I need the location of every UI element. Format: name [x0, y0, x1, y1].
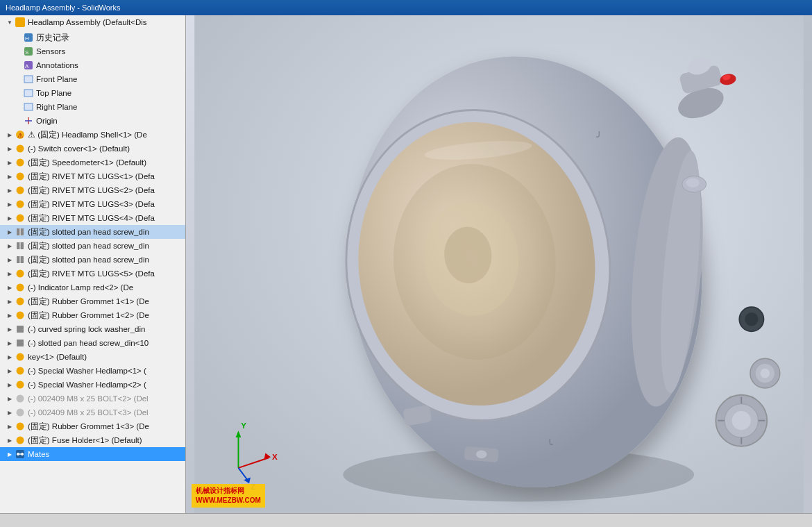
screw1-label: (固定) slotted pan head screw_din [28, 227, 149, 237]
tree-item-headlamp-shell[interactable]: ▶ ⚠ ⚠ (固定) Headlamp Shell<1> (De [0, 128, 185, 142]
key-icon [15, 351, 26, 362]
tree-item-rivet3[interactable]: ▶ (固定) RIVET MTG LUGS<3> (Defa [0, 197, 185, 211]
bolt3-label: (-) 002409 M8 x 25 BOLT<3> (Del [28, 408, 149, 417]
rivet2-expand[interactable]: ▶ [6, 186, 14, 194]
tree-item-top-plane[interactable]: Top Plane [0, 86, 185, 100]
grommet1-expand[interactable]: ▶ [6, 297, 14, 306]
tree-item-key[interactable]: ▶ key<1> (Default) [0, 350, 185, 364]
tree-item-bolt2[interactable]: ▶ (-) 002409 M8 x 25 BOLT<2> (Del [0, 392, 185, 405]
tree-item-grommet1[interactable]: ▶ (固定) Rubber Grommet 1<1> (De [0, 294, 185, 308]
svg-point-13 [17, 145, 24, 153]
switch-cover-label: (-) Switch cover<1> (Default) [28, 144, 130, 153]
tree-item-rivet1[interactable]: ▶ (固定) RIVET MTG LUGS<1> (Defa [0, 169, 185, 183]
tree-item-indicator[interactable]: ▶ (-) Indicator Lamp red<2> (De [0, 281, 185, 294]
rivet1-expand[interactable]: ▶ [6, 172, 14, 181]
switch-cover-expand[interactable]: ▶ [6, 144, 14, 153]
tree-item-switch-cover[interactable]: ▶ (-) Switch cover<1> (Default) [0, 142, 185, 156]
rivet4-icon [15, 212, 26, 224]
tree-item-rivet2[interactable]: ▶ (固定) RIVET MTG LUGS<2> (Defa [0, 183, 185, 197]
svg-point-14 [17, 159, 24, 167]
rivet3-label: (固定) RIVET MTG LUGS<3> (Defa [28, 199, 155, 210]
screw4-expand[interactable]: ▶ [6, 339, 14, 347]
svg-point-36 [17, 423, 24, 430]
title-bar: Headlamp Assembly - SolidWorks [0, 0, 812, 15]
fuse-holder-expand[interactable]: ▶ [6, 436, 14, 444]
special-washer1-expand[interactable]: ▶ [6, 367, 14, 375]
headlamp-scene: X Y Z ╯ ╰ [186, 15, 812, 513]
svg-rect-8 [24, 103, 33, 110]
bolt3-expand[interactable]: ▶ [6, 408, 14, 417]
indicator-label: (-) Indicator Lamp red<2> (De [28, 283, 133, 292]
tree-item-front-plane[interactable]: Front Plane [0, 72, 185, 86]
tree-item-rivet5[interactable]: ▶ (固定) RIVET MTG LUGS<5> (Defa [0, 267, 185, 281]
screw2-expand[interactable]: ▶ [6, 242, 14, 250]
tree-item-screw2[interactable]: ▶ (固定) slotted pan head screw_din [0, 239, 185, 253]
screw3-expand[interactable]: ▶ [6, 256, 14, 264]
bolt2-label: (-) 002409 M8 x 25 BOLT<2> (Del [28, 394, 149, 403]
tree-item-history[interactable]: H 历史记录 [0, 31, 185, 44]
tree-item-grommet3[interactable]: ▶ (固定) Rubber Grommet 1<3> (De [0, 419, 185, 433]
screw3-icon [15, 254, 26, 265]
switch-cover-icon [15, 143, 26, 154]
svg-point-15 [17, 173, 24, 181]
indicator-expand[interactable]: ▶ [6, 283, 14, 292]
svg-point-33 [17, 381, 24, 389]
tree-item-mates[interactable]: ▶ Mates [0, 447, 185, 461]
tree-item-special-washer1[interactable]: ▶ (-) Special Washer Hedlamp<1> ( [0, 364, 185, 378]
right-plane-expand [14, 103, 22, 111]
tree-item-speedometer[interactable]: ▶ (固定) Speedometer<1> (Default) [0, 156, 185, 169]
svg-point-34 [17, 395, 24, 403]
tree-item-screw3[interactable]: ▶ (固定) slotted pan head screw_din [0, 253, 185, 267]
mates-expand[interactable]: ▶ [6, 450, 14, 458]
grommet2-icon [15, 310, 26, 321]
tree-item-grommet2[interactable]: ▶ (固定) Rubber Grommet 1<2> (De [0, 308, 185, 322]
rivet1-label: (固定) RIVET MTG LUGS<1> (Defa [28, 172, 155, 182]
washer1-expand[interactable]: ▶ [6, 325, 14, 333]
viewport[interactable]: X Y Z ╯ ╰ 机械设计指标网 WWW.MEZBW.COM [186, 15, 812, 513]
grommet3-expand[interactable]: ▶ [6, 422, 14, 430]
washer1-icon [15, 324, 26, 335]
tree-item-bolt3[interactable]: ▶ (-) 002409 M8 x 25 BOLT<3> (Del [0, 405, 185, 419]
svg-point-17 [17, 201, 24, 208]
rivet2-label: (固定) RIVET MTG LUGS<2> (Defa [28, 185, 155, 196]
svg-text:X: X [272, 452, 278, 461]
speedometer-expand[interactable]: ▶ [6, 158, 14, 167]
rivet5-expand[interactable]: ▶ [6, 269, 14, 278]
rivet3-expand[interactable]: ▶ [6, 200, 14, 208]
special-washer2-expand[interactable]: ▶ [6, 380, 14, 389]
screw2-label: (固定) slotted pan head screw_din [28, 241, 149, 251]
headlamp-shell-icon: ⚠ [15, 129, 26, 140]
bolt2-expand[interactable]: ▶ [6, 394, 14, 403]
tree-item-fuse-holder[interactable]: ▶ (固定) Fuse Holder<1> (Default) [0, 433, 185, 447]
origin-icon [23, 115, 34, 126]
svg-point-60 [732, 411, 751, 430]
origin-expand [14, 117, 22, 125]
tree-container[interactable]: H 历史记录 S Sensors A Annotations [0, 29, 185, 513]
svg-point-31 [17, 353, 24, 361]
bolt2-icon [15, 393, 26, 404]
tree-item-special-washer2[interactable]: ▶ (-) Special Washer Hedlamp<2> ( [0, 378, 185, 392]
history-expand [14, 33, 22, 42]
tree-item-washer1[interactable]: ▶ (-) curved spring lock washer_din [0, 322, 185, 336]
rivet4-label: (固定) RIVET MTG LUGS<4> (Defa [28, 213, 155, 224]
root-label: Headlamp Assembly (Default<Dis [28, 18, 147, 26]
rivet4-expand[interactable]: ▶ [6, 214, 14, 222]
tree-root[interactable]: ▼ Headlamp Assembly (Default<Dis [0, 15, 185, 29]
indicator-icon [15, 282, 26, 293]
screw1-icon [15, 226, 26, 237]
screw1-expand[interactable]: ▶ [6, 228, 14, 236]
tree-item-screw1[interactable]: ▶ (固定) slotted pan head screw_din [0, 225, 185, 239]
root-expand-arrow[interactable]: ▼ [6, 18, 14, 26]
tree-item-rivet4[interactable]: ▶ (固定) RIVET MTG LUGS<4> (Defa [0, 211, 185, 225]
headlamp-shell-expand[interactable]: ▶ [6, 131, 14, 139]
key-expand[interactable]: ▶ [6, 353, 14, 361]
tree-item-screw4[interactable]: ▶ (-) slotted pan head screw_din<10 [0, 336, 185, 350]
tree-item-annotations[interactable]: A Annotations [0, 58, 185, 72]
tree-item-right-plane[interactable]: Right Plane [0, 100, 185, 114]
svg-point-25 [17, 270, 24, 278]
rivet3-icon [15, 199, 26, 210]
tree-item-sensors[interactable]: S Sensors [0, 44, 185, 58]
svg-point-26 [17, 284, 24, 292]
tree-item-origin[interactable]: Origin [0, 114, 185, 128]
grommet2-expand[interactable]: ▶ [6, 311, 14, 319]
